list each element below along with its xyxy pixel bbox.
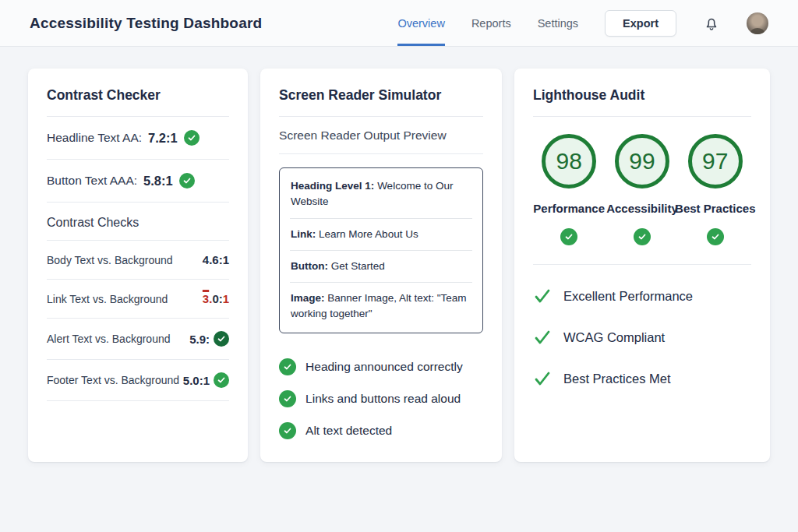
export-button[interactable]: Export — [605, 10, 676, 37]
contrast-checks-subheading: Contrast Checks — [47, 203, 229, 241]
score-gauge: 98 — [542, 134, 596, 188]
output-line: Link: Learn More About Us — [290, 219, 472, 251]
checklist-item: Excellent Performance — [533, 287, 751, 305]
divider — [533, 264, 751, 265]
lighthouse-title: Lighthouse Audit — [533, 87, 751, 104]
contrast-check-row: Body Text vs. Background 4.6:1 — [47, 241, 229, 280]
lighthouse-scores: 98 Performance 99 Accessibility 97 Best … — [533, 134, 751, 245]
check-circle-icon — [214, 372, 229, 388]
fail-mid: 0: — [212, 292, 222, 305]
checklist-label: Heading announced correctly — [305, 360, 463, 374]
app-header: Accessibility Testing Dashboard Overview… — [0, 0, 798, 47]
checklist-label: Excellent Performance — [563, 289, 693, 304]
contrast-check-label: Footer Text vs. Background — [47, 374, 179, 386]
checklist-label: Links and buttons read aloud — [305, 392, 461, 406]
contrast-check-row: Link Text vs. Background 3.0:1 — [47, 280, 229, 319]
output-prefix: Image: — [291, 292, 325, 304]
divider — [533, 116, 751, 117]
checklist-item: Heading announced correctly — [279, 358, 483, 375]
score-column-performance: 98 Performance — [533, 134, 605, 245]
contrast-summary-row: Button Text AAA: 5.8:1 — [47, 160, 229, 203]
lighthouse-checklist: Excellent Performance WCAG Compliant Bes… — [533, 287, 751, 388]
output-prefix: Button: — [291, 260, 328, 272]
check-circle-icon — [179, 173, 195, 188]
lighthouse-audit-card: Lighthouse Audit 98 Performance 99 Acces… — [514, 69, 770, 462]
output-line: Heading Level 1: Welcome to Our Website — [290, 171, 472, 219]
screen-reader-checklist: Heading announced correctly Links and bu… — [279, 358, 483, 439]
contrast-check-row: Alert Text vs. Background 5.9: — [47, 319, 229, 360]
output-text: Learn More About Us — [319, 228, 418, 240]
contrast-summary-label: Headline Text AA: — [47, 131, 142, 145]
contrast-check-value: 5.9: — [189, 333, 210, 346]
contrast-check-value: 4.6:1 — [203, 253, 229, 266]
checklist-item: WCAG Compliant — [533, 328, 751, 347]
output-line: Button: Get Started — [290, 251, 472, 283]
contrast-checker-card: Contrast Checker Headline Text AA: 7.2:1… — [28, 69, 248, 462]
fail-digit: 3 — [203, 292, 209, 305]
contrast-summary-value: 5.8:1 — [143, 174, 173, 188]
screen-reader-title: Screen Reader Simulator — [279, 87, 483, 104]
contrast-check-label: Link Text vs. Background — [47, 293, 168, 305]
score-label: Performance — [533, 202, 605, 215]
contrast-check-value-fail: 3.0:1 — [203, 292, 229, 305]
contrast-summary-row: Headline Text AA: 7.2:1 — [47, 117, 229, 160]
top-nav: Overview Reports Settings Export — [397, 0, 768, 46]
score-label: Accessibility — [606, 202, 678, 215]
checkmark-icon — [533, 287, 552, 305]
score-label: Best Practices — [675, 202, 755, 215]
contrast-check-label: Alert Text vs. Background — [47, 333, 170, 345]
screen-reader-card: Screen Reader Simulator Screen Reader Ou… — [260, 69, 502, 462]
nav-tab-overview[interactable]: Overview — [397, 0, 444, 46]
contrast-summary-label: Button Text AAA: — [47, 174, 137, 188]
output-prefix: Heading Level 1: — [291, 180, 374, 192]
checklist-label: Alt text detected — [305, 424, 392, 438]
contrast-check-value: 5.0:1 — [183, 374, 210, 387]
contrast-summary-value: 7.2:1 — [148, 131, 178, 146]
check-circle-icon — [279, 390, 296, 407]
checklist-label: Best Practices Met — [563, 372, 671, 386]
checklist-item: Best Practices Met — [533, 369, 751, 388]
checklist-label: WCAG Compliant — [563, 330, 665, 345]
user-avatar[interactable] — [747, 12, 768, 34]
screen-reader-output-box: Heading Level 1: Welcome to Our Website … — [279, 167, 483, 333]
check-circle-icon — [279, 358, 296, 375]
page-title: Accessibility Testing Dashboard — [30, 15, 262, 32]
check-circle-icon — [184, 130, 200, 146]
check-circle-icon — [634, 228, 651, 245]
score-gauge: 99 — [615, 134, 669, 188]
bell-icon[interactable] — [703, 15, 720, 32]
check-circle-icon — [707, 228, 724, 245]
nav-tab-settings[interactable]: Settings — [538, 0, 578, 46]
checklist-item: Alt text detected — [279, 422, 483, 439]
checkmark-icon — [533, 369, 552, 388]
check-circle-icon — [279, 422, 296, 439]
dashboard-body: Contrast Checker Headline Text AA: 7.2:1… — [0, 47, 798, 462]
checklist-item: Links and buttons read aloud — [279, 390, 483, 407]
check-circle-icon — [560, 228, 577, 245]
screen-reader-subtitle: Screen Reader Output Preview — [279, 117, 483, 154]
score-column-accessibility: 99 Accessibility — [606, 134, 678, 245]
output-text: Get Started — [331, 260, 385, 272]
output-line: Image: Banner Image, Alt text: "Team wor… — [290, 283, 472, 330]
contrast-check-row: Footer Text vs. Background 5.0:1 — [47, 360, 229, 401]
score-gauge: 97 — [688, 134, 743, 188]
contrast-checker-title: Contrast Checker — [47, 87, 229, 104]
checkmark-icon — [533, 328, 552, 347]
score-column-best-practices: 97 Best Practices — [680, 134, 751, 245]
contrast-check-label: Body Text vs. Background — [47, 254, 173, 266]
nav-tab-reports[interactable]: Reports — [471, 0, 511, 46]
output-prefix: Link: — [291, 228, 316, 240]
check-circle-icon — [214, 331, 229, 347]
fail-digit: 1 — [223, 292, 229, 305]
